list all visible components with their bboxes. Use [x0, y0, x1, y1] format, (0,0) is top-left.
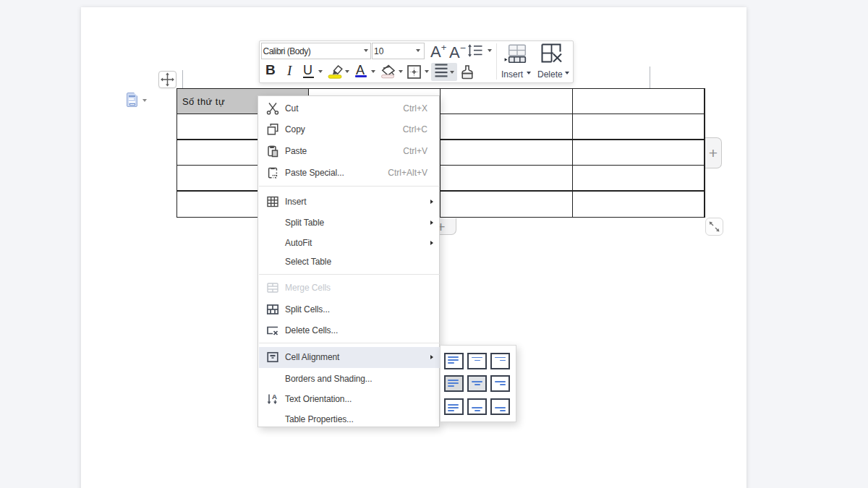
svg-text:A: A [272, 392, 277, 400]
